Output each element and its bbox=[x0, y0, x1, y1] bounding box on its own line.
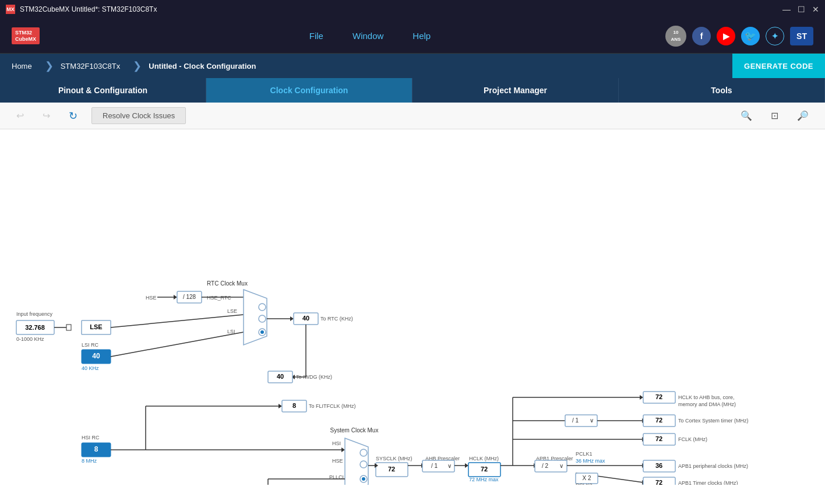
zoom-out-button[interactable]: 🔍 bbox=[792, 108, 813, 124]
iwdg-label: To IWDG (KHz) bbox=[296, 374, 332, 380]
line-lse-mux bbox=[111, 315, 244, 327]
sysclk-mhz-label: SYSCLK (MHz) bbox=[376, 456, 412, 461]
rtc-radio-lsi-filled bbox=[260, 330, 264, 334]
clock-diagram: Input frequency 32.768 0-1000 KHz LSE LS… bbox=[0, 129, 825, 504]
sys-radio-hsi[interactable] bbox=[360, 449, 367, 456]
menu-items: File Window Help bbox=[75, 31, 665, 41]
lse-label: LSE bbox=[90, 323, 102, 330]
pclk1-max: 36 MHz max bbox=[576, 458, 605, 464]
minimize-button[interactable]: — bbox=[782, 5, 791, 14]
maximize-button[interactable]: ☐ bbox=[798, 5, 805, 14]
logo-area: STM32CubeMX bbox=[12, 27, 40, 45]
fit-button[interactable]: ⊡ bbox=[766, 108, 783, 124]
menu-bar: STM32CubeMX File Window Help 10ANS f ▶ 🐦… bbox=[0, 19, 825, 54]
apb1-x2-label: X 2 bbox=[582, 475, 591, 481]
rtc-label: To RTC (KHz) bbox=[320, 316, 353, 322]
tab-clock[interactable]: Clock Configuration bbox=[206, 78, 412, 103]
undo-button[interactable]: ↩ bbox=[12, 108, 29, 124]
anniversary-icon: 10ANS bbox=[665, 26, 686, 47]
rtc-radio-hse[interactable] bbox=[259, 304, 266, 311]
title-bar: MX STM32CubeMX Untitled*: STM32F103C8Tx … bbox=[0, 0, 825, 19]
breadcrumb: Home ❯ STM32F103C8Tx ❯ Untitled - Clock … bbox=[0, 54, 825, 78]
hsi-unit: 8 MHz bbox=[82, 458, 97, 464]
tab-tools[interactable]: Tools bbox=[619, 78, 825, 103]
logo-box: STM32CubeMX bbox=[12, 27, 40, 45]
breadcrumb-sep2: ❯ bbox=[133, 59, 142, 72]
st-logo-icon: ST bbox=[790, 27, 813, 45]
arrow-hse-128 bbox=[174, 295, 177, 299]
ahb-out-label: HCLK to AHB bus, core, bbox=[678, 394, 735, 400]
lsi-value: 40 bbox=[92, 352, 100, 360]
hsi-value: 8 bbox=[94, 445, 98, 453]
line-lsi-mux bbox=[111, 332, 244, 357]
apb1-timer-label: APB1 Timer clocks (MHz) bbox=[678, 480, 738, 485]
hclk-label: HCLK (MHz) bbox=[469, 456, 499, 461]
sys-radio-pll-filled bbox=[362, 477, 365, 481]
apb1-out-value: 36 bbox=[655, 462, 662, 469]
hse-mux-label: HSE bbox=[332, 458, 343, 464]
resolve-clock-button[interactable]: Resolve Clock Issues bbox=[91, 107, 186, 124]
freq1-range: 0-1000 KHz bbox=[16, 336, 44, 342]
connector-sq1 bbox=[66, 325, 71, 330]
generate-code-button[interactable]: GENERATE CODE bbox=[732, 54, 825, 78]
arrow-hclk-ahb bbox=[640, 395, 643, 400]
menu-file[interactable]: File bbox=[309, 31, 323, 41]
ahb-dropdown-arrow: ∨ bbox=[447, 463, 452, 469]
breadcrumb-home[interactable]: Home bbox=[6, 57, 44, 75]
menu-window[interactable]: Window bbox=[352, 31, 383, 41]
fclk-value: 72 bbox=[655, 435, 662, 442]
window-title: STM32CubeMX Untitled*: STM32F103C8Tx bbox=[20, 5, 782, 13]
ahb-out-label2: memory and DMA (MHz) bbox=[678, 401, 736, 407]
app-icon: MX bbox=[6, 5, 15, 14]
twitter-icon[interactable]: 🐦 bbox=[741, 27, 760, 45]
lsi-unit: 40 KHz bbox=[82, 365, 99, 371]
toolbar: ↩ ↪ ↻ Resolve Clock Issues 🔍 ⊡ 🔍 bbox=[0, 103, 825, 129]
cortex-out-label: To Cortex System timer (MHz) bbox=[678, 418, 749, 424]
rtc-mux-label: RTC Clock Mux bbox=[207, 280, 248, 287]
pclk2-label: PCLK2 bbox=[576, 482, 593, 485]
sys-radio-hse[interactable] bbox=[360, 461, 367, 468]
tab-bar: Pinout & Configuration Clock Configurati… bbox=[0, 78, 825, 103]
lse-rtc-label: LSE bbox=[227, 308, 237, 314]
fclk-label: FCLK (MHz) bbox=[678, 436, 707, 442]
tab-pinout[interactable]: Pinout & Configuration bbox=[0, 78, 206, 103]
redo-button[interactable]: ↪ bbox=[38, 108, 55, 124]
hclk-value: 72 bbox=[481, 466, 488, 473]
cortex-div-arrow: ∨ bbox=[590, 417, 594, 424]
pclk1-label: PCLK1 bbox=[576, 451, 593, 457]
hse-rtc-label: HSE_RTC bbox=[207, 295, 231, 301]
breadcrumb-current: Untitled - Clock Configuration bbox=[143, 57, 267, 75]
window-controls: — ☐ ✕ bbox=[782, 5, 819, 14]
iwdg-value: 40 bbox=[277, 373, 284, 380]
sys-mux-label: System Clock Mux bbox=[330, 427, 379, 433]
network-icon[interactable]: ✦ bbox=[766, 27, 784, 45]
sysclk-value: 72 bbox=[388, 466, 395, 473]
hclk-max: 72 MHz max bbox=[469, 477, 499, 482]
apb1-timer-value: 72 bbox=[655, 479, 662, 485]
rtc-radio-lse[interactable] bbox=[259, 315, 266, 322]
arrow-hsi-sysmux bbox=[341, 447, 345, 452]
breadcrumb-device[interactable]: STM32F103C8Tx bbox=[55, 57, 132, 75]
youtube-icon[interactable]: ▶ bbox=[717, 27, 735, 45]
rtc-value: 40 bbox=[302, 315, 309, 322]
refresh-button[interactable]: ↻ bbox=[64, 107, 82, 125]
arrow-mux-rtc bbox=[290, 316, 294, 321]
hsi-mux-label: HSI bbox=[332, 440, 341, 446]
clock-diagram-svg: Input frequency 32.768 0-1000 KHz LSE LS… bbox=[6, 135, 810, 485]
flitf-value: 8 bbox=[292, 402, 296, 409]
menu-help[interactable]: Help bbox=[412, 31, 431, 41]
facebook-icon[interactable]: f bbox=[692, 27, 711, 45]
ahb-out-value: 72 bbox=[655, 393, 662, 400]
apb1-div-value: / 2 bbox=[542, 463, 549, 469]
tab-project[interactable]: Project Manager bbox=[412, 78, 619, 103]
hsi-rc-label: HSI RC bbox=[82, 435, 100, 440]
lsi-rc-label: LSI RC bbox=[82, 342, 99, 348]
close-button[interactable]: ✕ bbox=[812, 5, 819, 14]
input-freq-label-1: Input frequency bbox=[16, 311, 53, 317]
div128-label: / 128 bbox=[183, 294, 196, 300]
cortex-div-value: / 1 bbox=[572, 417, 579, 424]
zoom-in-button[interactable]: 🔍 bbox=[736, 108, 757, 124]
apb1-div-arrow: ∨ bbox=[559, 463, 563, 469]
main-content: Input frequency 32.768 0-1000 KHz LSE LS… bbox=[0, 129, 825, 504]
arrow-ahb-hclk bbox=[465, 463, 468, 468]
